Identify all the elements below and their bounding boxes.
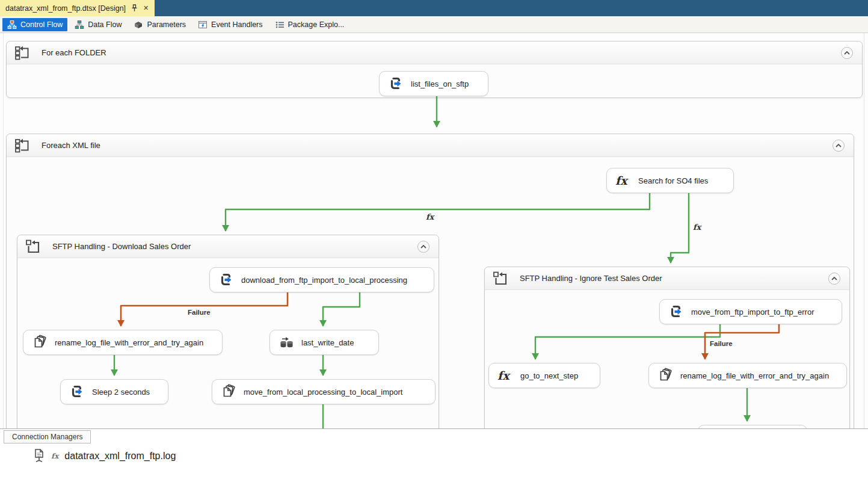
task-label: move_from_ftp_import_to_ftp_error: [691, 307, 814, 317]
canvas-left-border: [3, 33, 4, 428]
expression-adorner-icon: fx: [51, 452, 58, 460]
script-task-icon: [218, 272, 234, 288]
collapse-button[interactable]: [840, 46, 854, 60]
foreach-loop-icon: [14, 137, 31, 154]
task-label: download_from_ftp_import_to_local_proces…: [241, 276, 407, 285]
task-label: last_write_date: [301, 338, 354, 347]
event-handlers-icon: [198, 20, 208, 29]
tab-label: Control Flow: [20, 20, 63, 29]
task-label: rename_log_file_with_error_and_try_again: [55, 338, 203, 347]
expression-task-icon: fx: [497, 368, 513, 383]
task-search-for-so4-files[interactable]: fx Search for SO4 files: [606, 168, 734, 193]
task-move-from-ftp-import-to-ftp-error[interactable]: move_from_ftp_import_to_ftp_error: [659, 299, 842, 324]
document-tab-strip: datatrax_xml_from_ftp.dtsx [Design] ✕: [0, 0, 868, 16]
task-partially-visible[interactable]: [698, 425, 807, 428]
control-flow-icon: [7, 20, 17, 29]
task-rename-log-file-with-error-and-try-again[interactable]: rename_log_file_with_error_and_try_again: [23, 330, 223, 355]
execute-sql-task-icon: [279, 335, 294, 350]
container-title: Foreach XML file: [42, 141, 100, 150]
container-header[interactable]: For each FOLDER: [7, 42, 862, 64]
task-download-from-ftp-import-to-local-processing[interactable]: download_from_ftp_import_to_local_proces…: [209, 267, 434, 292]
expression-constraint-label: fx: [426, 212, 434, 221]
container-header[interactable]: SFTP Handling - Download Sales Order: [17, 235, 439, 258]
task-sleep-2-seconds[interactable]: Sleep 2 seconds: [60, 379, 168, 404]
task-label: Sleep 2 seconds: [92, 388, 150, 397]
document-tab-title: datatrax_xml_from_ftp.dtsx [Design]: [5, 4, 126, 13]
script-task-icon: [668, 304, 684, 320]
collapse-button[interactable]: [832, 139, 845, 152]
connection-manager-icon: [33, 448, 45, 464]
tab-label: Package Explo...: [288, 20, 345, 29]
sequence-container-icon: [25, 238, 42, 255]
connection-manager-item[interactable]: fx datatrax_xml_from_ftp.log: [33, 448, 176, 464]
control-flow-canvas[interactable]: For each FOLDER Foreach XML file: [0, 33, 868, 428]
tab-event-handlers[interactable]: Event Handlers: [193, 18, 267, 31]
sequence-container-icon: [492, 270, 509, 287]
tab-label: Parameters: [147, 20, 186, 29]
tab-label: Event Handlers: [211, 20, 262, 29]
connection-manager-name: datatrax_xml_from_ftp.log: [64, 451, 176, 462]
task-label: move_from_local_processing_to_local_impo…: [244, 388, 402, 397]
document-tab[interactable]: datatrax_xml_from_ftp.dtsx [Design] ✕: [0, 0, 155, 16]
task-label: list_files_on_sftp: [411, 79, 469, 88]
foreach-loop-icon: [14, 45, 31, 61]
container-sftp-ignore[interactable]: SFTP Handling - Ignore Test Sales Order: [484, 267, 850, 428]
close-icon[interactable]: ✕: [143, 4, 149, 12]
package-explorer-icon: [275, 20, 285, 29]
task-list-files-on-sftp[interactable]: list_files_on_sftp: [379, 71, 488, 96]
data-flow-icon: [75, 20, 84, 29]
task-last-write-date[interactable]: last_write_date: [269, 330, 379, 355]
expression-constraint-label: fx: [693, 223, 701, 232]
task-rename-log-file-with-error-and-try-again-2[interactable]: rename_log_file_with_error_and_try_again: [648, 363, 847, 388]
connection-managers-tab[interactable]: Connection Managers: [4, 430, 91, 443]
collapse-button[interactable]: [417, 240, 430, 253]
file-system-task-icon: [32, 335, 48, 350]
tab-control-flow[interactable]: Control Flow: [2, 18, 67, 31]
connection-managers-panel: Connection Managers fx datatrax_xml_from…: [0, 428, 868, 485]
container-title: For each FOLDER: [42, 48, 106, 57]
task-label: rename_log_file_with_error_and_try_again: [680, 371, 829, 380]
script-task-icon: [69, 384, 85, 400]
failure-label: Failure: [188, 309, 211, 316]
file-system-task-icon: [221, 384, 236, 400]
container-header[interactable]: SFTP Handling - Ignore Test Sales Order: [485, 267, 849, 290]
container-title: SFTP Handling - Download Sales Order: [52, 242, 191, 251]
ssis-designer-window: datatrax_xml_from_ftp.dtsx [Design] ✕ Co…: [0, 0, 868, 485]
collapse-button[interactable]: [828, 272, 841, 285]
tab-parameters[interactable]: Parameters: [129, 18, 191, 31]
designer-tab-bar: Control Flow Data Flow Parameters Event …: [0, 16, 868, 33]
task-move-from-local-processing-to-local-import[interactable]: move_from_local_processing_to_local_impo…: [212, 379, 436, 404]
script-task-icon: [388, 76, 404, 91]
tab-data-flow[interactable]: Data Flow: [70, 18, 126, 31]
container-title: SFTP Handling - Ignore Test Sales Order: [520, 274, 662, 283]
parameters-icon: [134, 20, 143, 29]
canvas-right-border: [864, 33, 864, 428]
tab-package-explorer[interactable]: Package Explo...: [270, 18, 349, 31]
task-go-to-next-step[interactable]: fx go_to_next_step: [488, 363, 600, 388]
expression-task-icon: fx: [615, 173, 631, 188]
task-label: go_to_next_step: [520, 371, 578, 380]
task-label: Search for SO4 files: [638, 176, 708, 185]
failure-label: Failure: [710, 340, 733, 347]
pin-icon[interactable]: [131, 4, 138, 12]
file-system-task-icon: [657, 368, 673, 383]
container-header[interactable]: Foreach XML file: [7, 134, 854, 157]
tab-label: Data Flow: [88, 20, 122, 29]
